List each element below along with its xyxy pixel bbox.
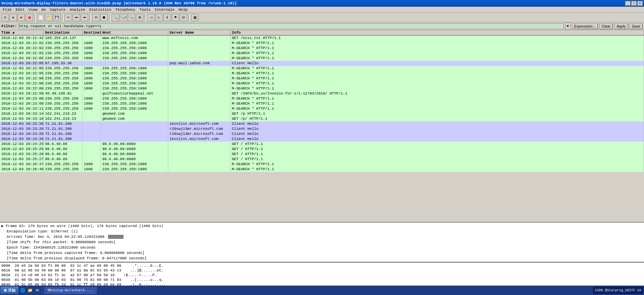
cell-dport [82, 147, 101, 152]
table-row[interactable]: 2018-12-03 20:26:37 239.255.255.250 1900… [0, 162, 644, 167]
table-row[interactable]: 2018-12-03 20:22:08 239.255.255.250 1900… [0, 76, 644, 81]
table-row[interactable]: 2018-12-03 20:22:50 45.40.150.81 gulfcoa… [0, 91, 644, 96]
table-row[interactable]: 2018-12-03 20:25:26 98.6.40.86 98.6.40.8… [0, 152, 644, 157]
start-button[interactable]: ⊞ 开始 [1, 287, 19, 294]
toolbar-btn-3[interactable]: ■ [17, 14, 25, 21]
table-row[interactable]: 2018-12-03 20:22:08 239.255.255.250 1900… [0, 86, 644, 91]
clear-button[interactable]: Clear [599, 23, 613, 29]
cell-dport [82, 132, 101, 137]
save-button[interactable]: Save [630, 23, 643, 29]
menu-help[interactable]: Help [177, 7, 189, 12]
toolbar-btn-12[interactable]: ⏹ [100, 14, 108, 21]
menu-analyze[interactable]: Analyze [68, 7, 87, 12]
table-row[interactable]: 2018-12-03 20:23:11 239.255.255.250 1900… [0, 106, 644, 111]
table-row[interactable]: 2018-12-03 20:23:08 239.255.255.250 1900… [0, 96, 644, 101]
cell-time: 2018-12-03 20:22:05 [0, 71, 44, 76]
ql-folder[interactable]: 📁 [27, 287, 33, 294]
toolbar-grid[interactable]: ⊟ [180, 14, 187, 21]
apply-button[interactable]: Apply [614, 23, 628, 29]
minimize-button[interactable]: _ [625, 1, 631, 6]
menu-tools[interactable]: Tools [137, 7, 152, 12]
toolbar-btn-7[interactable]: 💾 [53, 14, 61, 21]
taskbar-wireshark[interactable]: 🦈 Using-Wireshark-... [44, 287, 97, 294]
toolbar-btn-4[interactable]: ▣ [26, 14, 33, 21]
toolbar-btn-10[interactable]: ➡ [81, 14, 88, 21]
toolbar-separator-6 [188, 14, 190, 21]
table-row[interactable]: 2018-12-03 20:22:02 239.255.255.250 1900… [0, 41, 644, 46]
table-row[interactable]: 2018-12-03 20:21:42 165.254.24.137 www.m… [0, 36, 644, 41]
packet-list-body[interactable]: 2018-12-03 20:21:42 165.254.24.137 www.m… [0, 36, 644, 222]
expression-button[interactable]: Expression... [572, 23, 598, 29]
toolbar-flag[interactable]: ⚑ [172, 14, 179, 21]
table-row[interactable]: 2018-12-03 20:22:02 239.255.255.250 1900… [0, 51, 644, 56]
toolbar-zoom-out[interactable]: 🔍- [128, 14, 135, 21]
toolbar-btn-9[interactable]: ⬅ [73, 14, 80, 21]
cell-dport: 1900 [82, 101, 101, 106]
table-row[interactable]: 2018-12-03 20:23:14 162.241.219.23 gmsme… [0, 111, 644, 116]
menu-edit[interactable]: Edit [13, 7, 26, 12]
toolbar-btn-11[interactable]: ⟲ [92, 14, 100, 21]
menu-bar: File Edit View Go Capture Analyze Statis… [0, 7, 644, 13]
cell-host [101, 121, 168, 126]
cell-time: 2018-12-03 20:23:20 [0, 121, 44, 126]
cell-server [168, 91, 230, 96]
detail-frame[interactable]: ▶ Frame 63: 176 bytes on wire (1408 bits… [1, 223, 643, 229]
close-button[interactable]: ✕ [637, 1, 643, 6]
hex-row: 0030 01 00 5b 06 03 00 16 03 01 00 75 01… [1, 278, 643, 282]
packet-detail: ▶ Frame 63: 176 bytes on wire (1408 bits… [0, 222, 644, 262]
menu-internals[interactable]: Internals [152, 7, 176, 12]
filter-input[interactable] [18, 23, 564, 29]
table-row[interactable]: 2018-12-03 20:23:20 72.21.81.200 r20swj1… [0, 126, 644, 132]
table-row[interactable]: 2018-12-03 20:23:20 72.21.81.200 iecvlis… [0, 121, 644, 126]
table-row[interactable]: 2018-12-03 20:23:20 72.21.81.200 r20swj1… [0, 132, 644, 137]
toolbar-layout[interactable]: ▦ [191, 14, 199, 21]
toolbar-zoom-in[interactable]: 🔍+ [120, 14, 127, 21]
menu-capture[interactable]: Capture [48, 7, 67, 12]
table-row[interactable]: 2018-12-03 20:22:05 239.255.255.250 1900… [0, 71, 644, 76]
menu-telephony[interactable]: Telephony [113, 7, 137, 12]
menu-file[interactable]: File [1, 7, 13, 12]
toolbar-separator-5 [145, 14, 146, 21]
menu-view[interactable]: View [27, 7, 39, 12]
maximize-button[interactable]: □ [631, 1, 637, 6]
toolbar-btn-5[interactable]: 📄 [37, 14, 44, 21]
table-row[interactable]: 2018-12-03 20:23:08 239.255.255.250 1900… [0, 101, 644, 106]
ql-email[interactable]: ✉ [34, 287, 41, 294]
menu-go[interactable]: Go [39, 7, 48, 12]
table-row[interactable]: 2018-12-03 20:26:40 239.255.255.250 1900… [0, 167, 644, 172]
cell-dest: 67.195.33.36 [44, 61, 82, 66]
table-row[interactable]: 2018-12-03 20:22:05 67.195.33.36 pop.mai… [0, 61, 644, 66]
toolbar-btn-2[interactable]: ● [9, 14, 17, 21]
table-row[interactable]: 2018-12-03 20:25:25 98.6.40.86 98.6.40.8… [0, 147, 644, 152]
toolbar-btn-6[interactable]: 📂 [45, 14, 52, 21]
ql-browser[interactable]: 🌐 [19, 287, 26, 294]
cell-server [168, 147, 230, 152]
toolbar-back[interactable]: ◁ [147, 14, 155, 21]
col-server[interactable]: Server Name [168, 30, 230, 35]
toolbar-info[interactable]: ℹ [164, 14, 171, 21]
table-row[interactable]: 2018-12-03 20:22:08 239.255.255.250 1900… [0, 81, 644, 86]
toolbar-fit[interactable]: ⊞ [136, 14, 143, 21]
col-destination[interactable]: Destination [44, 30, 82, 35]
table-row[interactable]: 2018-12-03 20:22:05 239.255.255.250 1900… [0, 56, 644, 61]
col-info[interactable]: Info [230, 30, 644, 35]
col-host[interactable]: Host [101, 30, 168, 35]
col-dest-port[interactable]: Destination Port [82, 30, 101, 35]
menu-statistics[interactable]: Statistics [87, 7, 113, 12]
cell-host [101, 61, 168, 66]
table-row[interactable]: 2018-12-03 20:23:18 162.241.219.23 gmsme… [0, 116, 644, 121]
toolbar-btn-1[interactable]: ⊙ [1, 14, 9, 21]
toolbar-btn-8[interactable]: ✂ [65, 14, 72, 21]
filter-dropdown-btn[interactable]: ▼ [565, 23, 571, 30]
table-row[interactable]: 2018-12-03 20:23:20 72.21.81.200 iecvlis… [0, 137, 644, 142]
toolbar-search[interactable]: 🔍 [112, 14, 119, 21]
cell-dest: 239.255.255.250 [44, 56, 82, 61]
table-row[interactable]: 2018-12-03 20:22:02 239.255.255.250 1900… [0, 46, 644, 51]
cell-time: 2018-12-03 20:23:18 [0, 116, 44, 121]
table-row[interactable]: 2018-12-03 20:24:25 98.6.40.86 98.6.40.8… [0, 142, 644, 147]
table-row[interactable]: 2018-12-03 20:25:27 98.6.40.86 98.6.40.8… [0, 157, 644, 162]
toolbar-fwd[interactable]: ▷ [155, 14, 163, 21]
col-time[interactable]: Time ▲ [0, 30, 44, 35]
cell-dport [82, 152, 101, 157]
table-row[interactable]: 2018-12-03 20:22:05 239.255.255.250 1900… [0, 66, 644, 71]
